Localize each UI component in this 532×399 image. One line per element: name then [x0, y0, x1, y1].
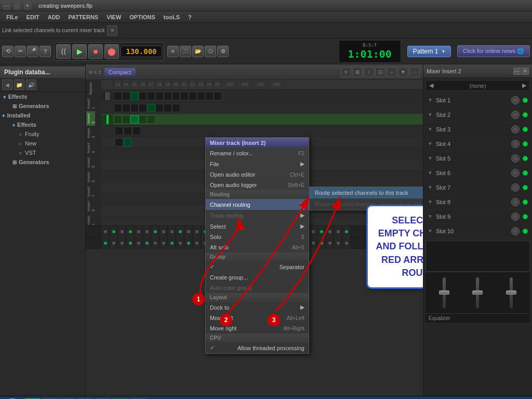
link-info-close[interactable]: ✕	[107, 25, 117, 36]
pad[interactable]	[124, 127, 132, 135]
ctx-threaded[interactable]: Allow threaded processing	[206, 342, 309, 353]
pad[interactable]	[130, 104, 139, 112]
sidebar-item-generators[interactable]: ⊞ Generators	[0, 101, 85, 111]
vert-label-insert8[interactable]: Insert 8	[86, 199, 95, 214]
ctx-dock-to[interactable]: Dock to ▶	[206, 302, 309, 313]
vert-label-insert4[interactable]: Insert 4	[86, 141, 95, 155]
menu-options[interactable]: OPTIONS	[125, 13, 159, 21]
ctx-open-audio-editor[interactable]: Open audio editor Ctrl+E	[206, 169, 309, 180]
pad[interactable]	[124, 138, 132, 147]
ctx-channel-routing[interactable]: Channel routing ▶	[206, 199, 309, 210]
close-button[interactable]: ✕	[24, 2, 31, 9]
ctx-move-right[interactable]: Move right Alt+Right	[206, 323, 309, 334]
pad[interactable]	[164, 104, 172, 112]
maximize-button[interactable]: □	[14, 2, 21, 9]
rack-btn-1[interactable]: ≡	[341, 67, 351, 77]
toolbar-icon-2[interactable]: ✂	[15, 46, 26, 57]
bpm-display[interactable]: 130.000	[121, 46, 162, 57]
toolbar-icon-4[interactable]: ?	[39, 46, 51, 57]
rack-btn-2[interactable]: ⊞	[352, 67, 363, 77]
mixer-close-btn[interactable]: ✕	[522, 68, 529, 75]
sidebar-item-effects-installed[interactable]: ♦ Effects	[0, 120, 85, 129]
pad[interactable]	[122, 115, 130, 124]
menu-view[interactable]: VIEW	[102, 13, 125, 21]
mixer-minimize-btn[interactable]: —	[513, 68, 521, 75]
ctx-rename[interactable]: Rename / color... F2	[206, 148, 309, 158]
pattern-display[interactable]: Pattern 1 +	[407, 46, 451, 57]
minimize-button[interactable]: —	[3, 2, 10, 9]
slot-led-7[interactable]	[523, 185, 528, 190]
vert-label-insert3[interactable]: Insert 3	[86, 126, 95, 140]
slot-led-9[interactable]	[523, 214, 528, 219]
pad[interactable]	[139, 115, 147, 124]
pad[interactable]	[147, 92, 155, 100]
slot-knob-9[interactable]	[511, 212, 520, 221]
pad[interactable]	[172, 92, 180, 100]
pad[interactable]	[114, 115, 122, 124]
pad[interactable]	[122, 104, 130, 112]
toolbar-icon-3[interactable]: 🎤	[27, 46, 38, 57]
toolbar-icon-1[interactable]: ⟲	[2, 46, 14, 57]
mixer-slot-8[interactable]: ▼ Slot 8	[425, 195, 530, 209]
rack-btn-5[interactable]: ⬦	[387, 67, 397, 77]
slot-knob-5[interactable]	[511, 154, 520, 163]
sidebar-header[interactable]: Plugin databa...	[0, 66, 85, 78]
play-button[interactable]: ▶	[72, 44, 87, 59]
slot-knob-4[interactable]	[511, 140, 520, 148]
browser-icon[interactable]: 📂	[192, 46, 204, 57]
pad[interactable]	[139, 104, 147, 112]
ctx-file[interactable]: File ▶	[206, 158, 309, 169]
mixer-master-dropdown[interactable]: ◀ (none) ▶	[425, 80, 530, 91]
sidebar-item-installed[interactable]: ♦ Installed	[0, 111, 85, 120]
slot-led-1[interactable]	[523, 98, 528, 103]
plugin-icon[interactable]: ⬡	[205, 46, 216, 57]
pad[interactable]	[155, 104, 164, 112]
pad[interactable]	[214, 92, 222, 100]
pad[interactable]	[115, 127, 123, 135]
fader-2[interactable]	[476, 277, 479, 309]
pad[interactable]	[139, 92, 147, 100]
ctx-select[interactable]: Select ▶	[206, 221, 309, 232]
fader-3[interactable]	[510, 277, 513, 309]
menu-help[interactable]: ?	[184, 13, 196, 21]
ctx-solo[interactable]: Solo S	[206, 232, 309, 242]
slot-led-3[interactable]	[523, 127, 528, 132]
submenu-route-selected[interactable]: Route selected channels to this track Ct…	[310, 187, 423, 198]
record-button[interactable]: ⬤	[104, 44, 119, 59]
ctx-track-routing[interactable]: Track routing ▶	[206, 210, 309, 221]
slot-led-6[interactable]	[523, 170, 528, 176]
rack-btn-6[interactable]: ▼	[398, 67, 408, 77]
sidebar-item-generators-installed[interactable]: ⊞ Generators	[0, 157, 85, 167]
pad[interactable]	[155, 92, 164, 100]
vert-label-insert2[interactable]: Insert 2	[86, 111, 95, 126]
ctx-separator[interactable]: Separator	[206, 261, 309, 272]
mixer-icon[interactable]: ≡	[167, 46, 179, 57]
pad[interactable]	[147, 104, 155, 112]
pad[interactable]	[147, 115, 155, 124]
fader-1[interactable]	[443, 277, 446, 309]
slot-knob-1[interactable]	[511, 96, 520, 104]
vert-label-insert1[interactable]: Insert 1	[86, 97, 95, 111]
pad[interactable]	[122, 92, 130, 100]
slot-knob-7[interactable]	[511, 183, 520, 192]
mixer-slot-5[interactable]: ▼ Slot 5	[425, 151, 530, 166]
menu-tools[interactable]: tooLS	[159, 13, 184, 21]
rack-btn-4[interactable]: ⊡	[375, 67, 385, 77]
pad[interactable]	[115, 138, 123, 147]
pad[interactable]	[205, 92, 214, 100]
slot-led-2[interactable]	[523, 112, 528, 117]
stop-button[interactable]: ■	[88, 44, 103, 59]
pad[interactable]	[130, 115, 139, 124]
mixer-slot-10[interactable]: ▼ Slot 10	[425, 224, 530, 238]
pad[interactable]	[172, 104, 180, 112]
slot-led-4[interactable]	[523, 141, 528, 147]
menu-file[interactable]: FILe	[2, 13, 22, 21]
piano-icon[interactable]: 🎵	[180, 46, 191, 57]
menu-edit[interactable]: EDIT	[22, 13, 44, 21]
slot-knob-6[interactable]	[511, 169, 520, 177]
vert-label-insert7[interactable]: Insert 7	[86, 184, 95, 199]
vert-label-insert5[interactable]: Insert 5	[86, 155, 95, 170]
pad[interactable]	[132, 127, 141, 135]
pad[interactable]	[130, 92, 139, 100]
pad[interactable]	[197, 92, 205, 100]
